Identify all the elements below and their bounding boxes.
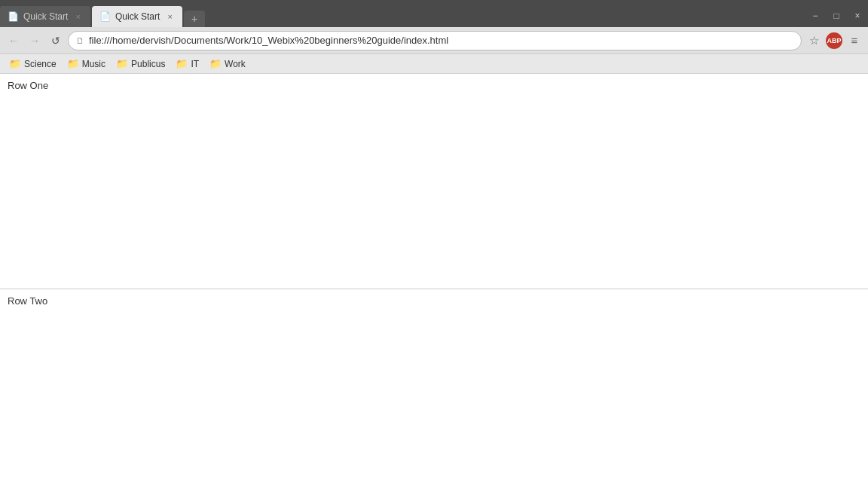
- bookmark-work-label: Work: [225, 59, 246, 69]
- tab-2-close[interactable]: ×: [166, 11, 175, 22]
- tab-2[interactable]: 📄 Quick Start ×: [92, 6, 182, 27]
- folder-work-icon: 📁: [209, 58, 222, 69]
- tab-2-label: Quick Start: [115, 11, 161, 22]
- bookmark-science-label: Science: [24, 59, 57, 69]
- bookmarks-bar: 📁 Science 📁 Music 📁 Publicus 📁 IT 📁 Work: [0, 54, 868, 74]
- address-text: file:///home/dervish/Documents/Work/10_W…: [89, 35, 793, 46]
- folder-music-icon: 📁: [67, 58, 79, 69]
- row-two-section: Row Two: [0, 289, 868, 504]
- tab-1-icon: 📄: [8, 11, 19, 22]
- titlebar: 📄 Quick Start × 📄 Quick Start × + − □ ×: [0, 0, 868, 27]
- refresh-button[interactable]: ↺: [47, 32, 65, 50]
- abp-button[interactable]: ABP: [826, 32, 842, 49]
- bookmark-work[interactable]: 📁 Work: [205, 57, 250, 71]
- row-one-section: Row One: [0, 74, 868, 289]
- toolbar-right: ☆ ABP ≡: [805, 32, 863, 50]
- folder-science-icon: 📁: [9, 58, 21, 69]
- close-button[interactable]: ×: [847, 8, 868, 23]
- address-bar[interactable]: 🗋 file:///home/dervish/Documents/Work/10…: [68, 31, 802, 50]
- content-area: Row One Row Two: [0, 74, 868, 504]
- star-button[interactable]: ☆: [805, 32, 823, 50]
- browser-window: 📄 Quick Start × 📄 Quick Start × + − □ × …: [0, 0, 868, 504]
- row-one-label: Row One: [8, 80, 48, 91]
- bookmark-publicus-label: Publicus: [131, 59, 165, 69]
- navbar: ← → ↺ 🗋 file:///home/dervish/Documents/W…: [0, 27, 868, 54]
- folder-publicus-icon: 📁: [116, 58, 128, 69]
- row-two-label: Row Two: [8, 295, 47, 307]
- bookmark-it-label: IT: [191, 59, 199, 69]
- page-icon: 🗋: [76, 36, 84, 45]
- tab-1-close[interactable]: ×: [74, 11, 83, 22]
- minimize-button[interactable]: −: [805, 8, 826, 23]
- window-controls: − □ ×: [805, 6, 868, 27]
- new-tab-button[interactable]: +: [184, 11, 205, 27]
- maximize-button[interactable]: □: [826, 8, 847, 23]
- folder-it-icon: 📁: [176, 58, 188, 69]
- tab-1-label: Quick Start: [23, 11, 69, 22]
- bookmark-publicus[interactable]: 📁 Publicus: [112, 57, 170, 71]
- tab-1[interactable]: 📄 Quick Start ×: [0, 6, 90, 27]
- bookmark-music-label: Music: [82, 59, 105, 69]
- back-button[interactable]: ←: [5, 32, 23, 50]
- menu-button[interactable]: ≡: [845, 32, 863, 50]
- bookmark-it[interactable]: 📁 IT: [171, 57, 203, 71]
- forward-button[interactable]: →: [26, 32, 44, 50]
- bookmark-science[interactable]: 📁 Science: [5, 57, 61, 71]
- bookmark-music[interactable]: 📁 Music: [63, 57, 110, 71]
- tab-2-icon: 📄: [99, 11, 111, 22]
